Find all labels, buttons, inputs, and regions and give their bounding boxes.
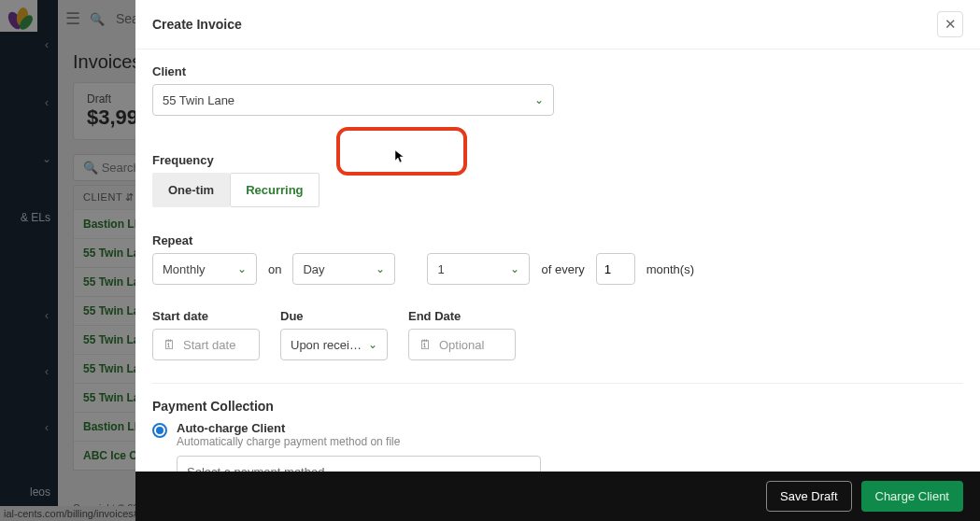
save-draft-button[interactable]: Save Draft: [766, 481, 851, 512]
charge-client-button[interactable]: Charge Client: [861, 481, 964, 512]
divider: [152, 383, 963, 384]
months-label: month(s): [646, 262, 694, 276]
chevron-down-icon: ⌄: [237, 262, 247, 275]
chevron-down-icon: ⌄: [521, 465, 531, 472]
payment-collection-heading: Payment Collection: [152, 399, 963, 414]
due-label: Due: [280, 309, 388, 323]
start-date-input[interactable]: 🗓 Start date: [152, 329, 260, 360]
on-label: on: [268, 262, 281, 276]
client-label: Client: [152, 64, 963, 78]
repeat-day-number-select[interactable]: 1 ⌄: [427, 253, 530, 285]
modal-title: Create Invoice: [152, 17, 242, 32]
every-n-input[interactable]: [596, 253, 635, 285]
repeat-interval-select[interactable]: Monthly ⌄: [152, 253, 257, 285]
chevron-down-icon: ⌄: [376, 262, 385, 275]
calendar-icon: 🗓: [163, 337, 176, 352]
chevron-down-icon: ⌄: [534, 93, 544, 106]
close-button[interactable]: ✕: [937, 11, 963, 37]
end-date-input[interactable]: 🗓 Optional: [408, 329, 516, 360]
payment-method-select[interactable]: Select a payment method ⌄: [177, 456, 541, 472]
start-date-label: Start date: [152, 309, 260, 323]
chevron-down-icon: ⌄: [368, 338, 377, 351]
calendar-icon: 🗓: [419, 337, 432, 352]
client-value: 55 Twin Lane: [163, 93, 234, 107]
frequency-one-time-tab[interactable]: One-tim: [152, 173, 230, 207]
chevron-down-icon: ⌄: [510, 262, 519, 275]
of-every-label: of every: [541, 262, 584, 276]
frequency-label: Frequency: [152, 153, 963, 167]
client-select[interactable]: 55 Twin Lane ⌄: [152, 84, 554, 116]
auto-charge-title: Auto-charge Client: [177, 421, 400, 435]
end-date-label: End Date: [408, 309, 516, 323]
due-select[interactable]: Upon receipt of… ⌄: [280, 329, 388, 360]
frequency-recurring-tab[interactable]: Recurring: [230, 173, 319, 207]
auto-charge-radio-row[interactable]: Auto-charge Client Automatically charge …: [152, 421, 963, 448]
repeat-day-select[interactable]: Day ⌄: [292, 253, 395, 285]
repeat-label: Repeat: [152, 233, 963, 247]
close-icon: ✕: [944, 16, 957, 33]
auto-charge-sub: Automatically charge payment method on f…: [177, 435, 400, 448]
radio-auto-charge[interactable]: [152, 423, 167, 438]
create-invoice-modal: Create Invoice ✕ Client 55 Twin Lane ⌄ F…: [135, 0, 980, 521]
